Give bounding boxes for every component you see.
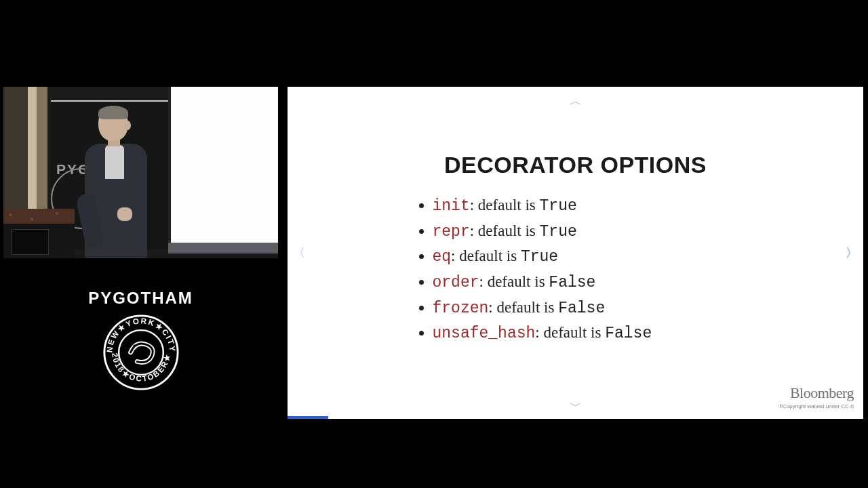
slide-bullet: repr: default is True <box>433 219 735 245</box>
bullet-text: : default is <box>488 299 558 316</box>
bullet-value: False <box>605 325 652 342</box>
bullet-text: : default is <box>479 273 549 290</box>
speaker-person <box>78 106 153 258</box>
footer-brand: Bloomberg <box>778 384 854 402</box>
slide-bullet: unsafe_hash: default is False <box>433 321 735 346</box>
bullet-text: : default is <box>470 222 540 239</box>
bullet-value: True <box>540 197 577 215</box>
slide-footer: Bloomberg ®Copyright waived under CC-0 <box>778 384 854 409</box>
slide-bullet: frozen: default is False <box>433 296 735 321</box>
slide-bullet: eq: default is True <box>433 244 735 270</box>
svg-text:2018★OCTOBER★: 2018★OCTOBER★ <box>111 352 172 382</box>
slide-progress-bar <box>288 416 328 419</box>
slide-bullet: init: default is True <box>433 193 735 219</box>
bullet-keyword: init <box>433 197 470 215</box>
nav-up-arrow[interactable]: ︿ <box>570 95 582 107</box>
bullet-value: False <box>558 300 605 317</box>
bullet-keyword: frozen <box>433 300 489 317</box>
bullet-keyword: eq <box>433 248 452 266</box>
lectern-top <box>3 209 75 224</box>
projector-screen-edge <box>168 87 278 243</box>
bullet-text: : default is <box>535 324 605 341</box>
bullet-keyword: unsafe_hash <box>433 325 536 342</box>
bullet-keyword: repr <box>433 223 470 241</box>
bullet-value: True <box>540 223 577 241</box>
svg-text:NEW★YORK★CITY: NEW★YORK★CITY <box>104 316 178 352</box>
presentation-slide: ︿ ﹀ 〈 〉 DECORATOR OPTIONS init: default … <box>288 87 863 419</box>
slide-bullet-list: init: default is Truerepr: default is Tr… <box>416 193 735 346</box>
bullet-value: True <box>521 248 558 266</box>
lectern-monitor <box>12 229 49 255</box>
seal-bottom-text: 2018★OCTOBER★ <box>111 352 172 382</box>
footer-copyright: ®Copyright waived under CC-0 <box>778 403 854 409</box>
speaker-camera: PYG HAM <box>3 87 278 258</box>
bullet-text: : default is <box>470 197 540 214</box>
event-name: PYGOTHAM <box>68 289 214 308</box>
projector-screen-frame <box>168 243 278 253</box>
seal-top-text: NEW★YORK★CITY <box>104 316 178 352</box>
bullet-value: False <box>549 274 595 291</box>
event-logo: PYGOTHAM NEW★YORK★CITY 2018★OCTOBER★ <box>68 289 214 392</box>
event-seal-icon: NEW★YORK★CITY 2018★OCTOBER★ <box>102 313 180 392</box>
svg-point-4 <box>133 344 136 347</box>
bullet-keyword: order <box>433 274 479 291</box>
slide-title: DECORATOR OPTIONS <box>288 152 863 178</box>
slide-bullet: order: default is False <box>433 270 735 296</box>
nav-down-arrow[interactable]: ﹀ <box>570 400 582 412</box>
bullet-text: : default is <box>451 247 521 264</box>
